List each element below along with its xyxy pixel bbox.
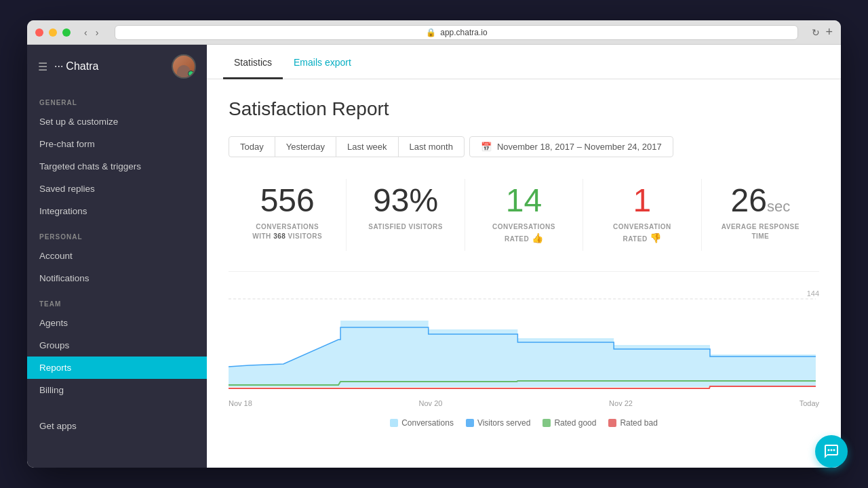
online-indicator	[188, 70, 194, 77]
sidebar-item-reports[interactable]: Reports	[27, 357, 207, 379]
legend-label-rated-good: Rated good	[554, 418, 596, 428]
last-week-button[interactable]: Last week	[336, 136, 399, 157]
back-button[interactable]: ‹	[81, 27, 90, 38]
tab-statistics[interactable]: Statistics	[223, 45, 283, 79]
address-bar[interactable]: 🔒 app.chatra.io	[115, 25, 798, 40]
legend-conversations: Conversations	[390, 418, 454, 428]
sidebar-item-groups[interactable]: Groups	[27, 334, 207, 357]
sidebar-item-setup-label: Set up & customize	[39, 117, 118, 127]
page-title: Satisfaction Report	[229, 98, 819, 120]
chart-y-label: 144	[807, 289, 819, 298]
legend-dot-conversations	[390, 419, 398, 427]
section-label-personal: PERSONAL	[27, 222, 207, 245]
new-tab-button[interactable]: +	[825, 25, 833, 39]
stats-row: 556 CONVERSATIONSWITH 368 VISITORS 93% S…	[229, 179, 819, 272]
app-name: ··· Chatra	[54, 60, 165, 73]
sidebar-item-saved-label: Saved replies	[39, 184, 95, 194]
reload-button[interactable]: ↻	[812, 27, 820, 38]
last-month-button[interactable]: Last month	[398, 136, 465, 157]
sidebar-item-account-label: Account	[39, 251, 73, 261]
sidebar-item-agents[interactable]: Agents	[27, 312, 207, 334]
date-filter-bar: Today Yesterday Last week Last month 📅 N…	[229, 136, 819, 157]
sidebar-item-integrations[interactable]: Integrations	[27, 200, 207, 222]
x-label-2: Nov 22	[609, 399, 633, 407]
sidebar-item-integrations-label: Integrations	[39, 206, 87, 216]
stat-rated-bad-number: 1	[591, 184, 692, 217]
legend-visitors-served: Visitors served	[466, 418, 530, 428]
yesterday-button[interactable]: Yesterday	[275, 136, 336, 157]
forward-button[interactable]: ›	[93, 27, 102, 38]
chat-button[interactable]	[815, 435, 848, 468]
x-label-3: Today	[800, 399, 819, 407]
browser-window: ‹ › 🔒 app.chatra.io ↻ + ☰ ··· Chatra	[27, 20, 841, 468]
sidebar-item-saved[interactable]: Saved replies	[27, 178, 207, 200]
lock-icon: 🔒	[426, 28, 436, 37]
sidebar-item-targeted-label: Targeted chats & triggers	[39, 161, 141, 171]
avatar[interactable]	[172, 54, 196, 79]
legend-label-rated-bad: Rated bad	[620, 418, 657, 428]
today-button[interactable]: Today	[229, 136, 275, 157]
stat-conversations-number: 556	[237, 184, 338, 217]
sidebar-item-getapps[interactable]: Get apps	[27, 415, 207, 437]
stat-rated-good: 14 CONVERSATIONSRATED 👍	[465, 179, 583, 251]
app-body: ☰ ··· Chatra GENERAL Set up & customize …	[27, 45, 841, 468]
stat-rated-bad: 1 CONVERSATIONRATED 👎	[583, 179, 701, 251]
maximize-button[interactable]	[62, 28, 71, 37]
legend-dot-rated-good	[542, 419, 551, 427]
stat-rated-good-number: 14	[473, 184, 574, 217]
legend-label-conversations: Conversations	[401, 418, 454, 428]
sidebar-item-groups-label: Groups	[39, 340, 69, 350]
x-label-1: Nov 20	[419, 399, 443, 407]
tab-bar: Statistics Emails export	[207, 45, 841, 79]
sidebar-item-billing-label: Billing	[39, 385, 64, 395]
svg-point-4	[833, 449, 835, 451]
stat-rated-good-label: CONVERSATIONSRATED 👍	[473, 222, 574, 245]
url-text: app.chatra.io	[440, 28, 487, 37]
legend-rated-bad: Rated bad	[608, 418, 657, 428]
stat-satisfied-number: 93%	[355, 184, 456, 217]
app-name-dots: ···	[54, 60, 63, 73]
sidebar-item-setup[interactable]: Set up & customize	[27, 110, 207, 133]
sidebar-item-reports-label: Reports	[39, 363, 71, 373]
svg-marker-1	[229, 321, 816, 387]
section-label-general: GENERAL	[27, 88, 207, 110]
stat-conversations-label: CONVERSATIONSWITH 368 VISITORS	[237, 222, 338, 241]
svg-point-3	[831, 449, 833, 451]
chart-svg	[229, 292, 819, 394]
browser-titlebar: ‹ › 🔒 app.chatra.io ↻ +	[27, 20, 841, 45]
sidebar-item-notifications[interactable]: Notifications	[27, 267, 207, 289]
stat-conversations: 556 CONVERSATIONSWITH 368 VISITORS	[229, 179, 347, 251]
legend-dot-rated-bad	[608, 419, 616, 427]
sidebar-item-prechat-label: Pre-chat form	[39, 139, 95, 149]
stat-rated-bad-label: CONVERSATIONRATED 👎	[591, 222, 692, 245]
stat-response-time: 26sec AVERAGE RESPONSETIME	[702, 179, 819, 251]
stat-satisfied-label: SATISFIED VISITORS	[355, 222, 456, 232]
chart-legend: Conversations Visitors served Rated good	[229, 418, 819, 428]
sidebar-item-account[interactable]: Account	[27, 245, 207, 267]
chat-icon	[823, 443, 840, 460]
date-range-text: November 18, 2017 – November 24, 2017	[497, 142, 662, 152]
sidebar-item-billing[interactable]: Billing	[27, 379, 207, 401]
x-label-0: Nov 18	[229, 399, 252, 407]
stat-satisfied: 93% SATISFIED VISITORS	[347, 179, 465, 251]
chart-x-labels: Nov 18 Nov 20 Nov 22 Today	[229, 396, 819, 410]
date-range-button[interactable]: 📅 November 18, 2017 – November 24, 2017	[469, 136, 673, 157]
legend-dot-visitors	[466, 419, 474, 427]
sidebar-item-agents-label: Agents	[39, 318, 68, 328]
close-button[interactable]	[35, 28, 43, 37]
main-content: Statistics Emails export Satisfaction Re…	[207, 45, 841, 468]
sidebar-item-notifications-label: Notifications	[39, 273, 90, 283]
page-content: Satisfaction Report Today Yesterday Last…	[207, 79, 841, 468]
app-name-label: Chatra	[66, 60, 98, 73]
section-label-team: TEAM	[27, 289, 207, 312]
tab-emails-export[interactable]: Emails export	[283, 45, 362, 79]
legend-label-visitors: Visitors served	[477, 418, 530, 428]
sidebar-item-prechat[interactable]: Pre-chat form	[27, 133, 207, 155]
menu-icon[interactable]: ☰	[38, 60, 47, 73]
sidebar-item-getapps-label: Get apps	[39, 421, 77, 431]
sidebar-item-targeted[interactable]: Targeted chats & triggers	[27, 155, 207, 178]
svg-point-2	[828, 449, 830, 451]
minimize-button[interactable]	[49, 28, 57, 37]
legend-rated-good: Rated good	[542, 418, 596, 428]
calendar-icon: 📅	[481, 142, 492, 152]
